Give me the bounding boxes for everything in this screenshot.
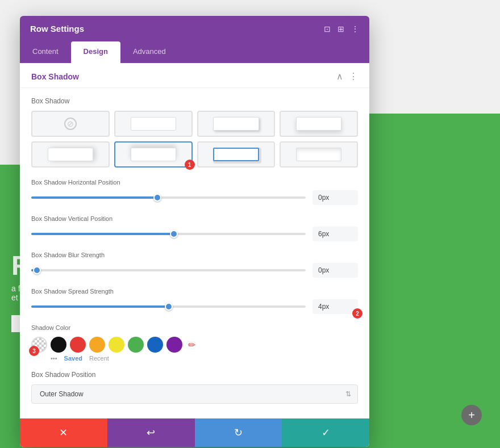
vertical-fill bbox=[31, 233, 174, 235]
section-menu-icon[interactable]: ⋮ bbox=[349, 71, 358, 82]
cancel-icon: ✕ bbox=[59, 426, 68, 439]
shadow-preset-none[interactable]: ⊘ bbox=[31, 111, 110, 137]
undo-button[interactable]: ↩ bbox=[107, 418, 195, 447]
color-swatches-row: 3 ✏ bbox=[31, 337, 358, 353]
tab-design[interactable]: Design bbox=[71, 41, 120, 63]
shadow-preview-7 bbox=[296, 148, 341, 161]
row-settings-modal: Row Settings ⊡ ⊞ ⋮ Content Design Advanc… bbox=[20, 16, 369, 447]
tab-advanced[interactable]: Advanced bbox=[120, 41, 178, 63]
blur-strength-control: 0px bbox=[31, 263, 358, 278]
shadow-preview-3 bbox=[296, 117, 341, 130]
vertical-thumb[interactable] bbox=[170, 230, 178, 238]
modal-footer: ✕ ↩ ↻ ✓ bbox=[20, 418, 369, 447]
shadow-preset-4[interactable] bbox=[31, 141, 110, 168]
vertical-position-track[interactable] bbox=[31, 233, 306, 235]
horizontal-position-track[interactable] bbox=[31, 196, 306, 199]
color-swatch-black[interactable] bbox=[51, 337, 66, 353]
color-swatch-yellow[interactable] bbox=[109, 337, 124, 353]
section-title: Box Shadow bbox=[31, 72, 79, 81]
shadow-preset-3[interactable] bbox=[280, 111, 358, 137]
horizontal-position-input[interactable]: 0px bbox=[312, 190, 358, 205]
color-pen-icon[interactable]: ✏ bbox=[188, 340, 195, 350]
shadow-preset-2[interactable] bbox=[197, 111, 276, 137]
shadow-position-select-wrap: Outer Shadow Inner Shadow ⇅ bbox=[31, 384, 358, 404]
save-button[interactable]: ✓ bbox=[282, 418, 369, 447]
modal-header: Row Settings ⊡ ⊞ ⋮ bbox=[20, 16, 369, 41]
shadow-position-select[interactable]: Outer Shadow Inner Shadow bbox=[31, 384, 358, 404]
color-more-dots[interactable]: ••• bbox=[51, 355, 57, 362]
modal-body: Box Shadow ∧ ⋮ Box Shadow ⊘ bbox=[20, 63, 369, 418]
blur-strength-track[interactable] bbox=[31, 269, 306, 271]
horizontal-position-label: Box Shadow Horizontal Position bbox=[31, 179, 358, 186]
shadow-preset-7[interactable] bbox=[280, 141, 358, 168]
shadow-color-section: Shadow Color 3 ✏ ••• bbox=[31, 324, 358, 362]
spread-strength-control: 4px 2 bbox=[31, 299, 358, 314]
redo-icon: ↻ bbox=[234, 426, 243, 439]
color-tab-saved[interactable]: Saved bbox=[64, 355, 82, 362]
modal-title: Row Settings bbox=[30, 24, 84, 34]
shadow-position-label: Box Shadow Position bbox=[31, 371, 358, 379]
box-shadow-field-label: Box Shadow bbox=[31, 97, 358, 105]
shadow-presets-grid: ⊘ 1 bbox=[31, 111, 358, 168]
modal-tabs: Content Design Advanced bbox=[20, 41, 369, 63]
shadow-preview-1 bbox=[131, 117, 176, 130]
badge-1: 1 bbox=[185, 160, 195, 170]
horizontal-track-bg bbox=[31, 196, 306, 199]
save-icon: ✓ bbox=[322, 426, 330, 439]
vertical-position-row: Box Shadow Vertical Position 6px bbox=[31, 215, 358, 241]
shadow-preset-1[interactable] bbox=[114, 111, 193, 137]
modal-header-icons: ⊡ ⊞ ⋮ bbox=[324, 24, 359, 34]
color-tabs-row: ••• Saved Recent bbox=[31, 355, 358, 362]
shadow-preview-2 bbox=[213, 117, 259, 130]
cancel-button[interactable]: ✕ bbox=[20, 418, 107, 447]
shadow-position-section: Box Shadow Position Outer Shadow Inner S… bbox=[31, 371, 358, 404]
color-swatch-red[interactable] bbox=[70, 337, 86, 353]
shadow-color-label: Shadow Color bbox=[31, 324, 358, 331]
add-element-button[interactable]: + bbox=[461, 405, 482, 425]
section-header-controls: ∧ ⋮ bbox=[336, 71, 358, 82]
spread-fill bbox=[31, 305, 169, 308]
blur-strength-row: Box Shadow Blur Strength 0px bbox=[31, 252, 358, 278]
spread-strength-input[interactable]: 4px bbox=[312, 299, 358, 314]
fullscreen-icon[interactable]: ⊡ bbox=[324, 24, 331, 34]
horizontal-thumb[interactable] bbox=[153, 194, 161, 202]
horizontal-position-control: 0px bbox=[31, 190, 358, 205]
color-swatch-green[interactable] bbox=[128, 337, 144, 353]
shadow-preset-6[interactable] bbox=[197, 141, 276, 168]
blur-strength-input[interactable]: 0px bbox=[312, 263, 358, 278]
vertical-position-label: Box Shadow Vertical Position bbox=[31, 215, 358, 222]
columns-icon[interactable]: ⊞ bbox=[338, 24, 344, 34]
blur-strength-label: Box Shadow Blur Strength bbox=[31, 252, 358, 258]
green-area-right bbox=[369, 114, 500, 448]
more-icon[interactable]: ⋮ bbox=[351, 24, 359, 34]
shadow-preview-6 bbox=[213, 148, 259, 161]
spread-thumb[interactable] bbox=[165, 303, 173, 311]
horizontal-fill bbox=[31, 196, 157, 199]
vertical-position-control: 6px bbox=[31, 227, 358, 241]
vertical-position-input[interactable]: 6px bbox=[312, 227, 358, 241]
blur-thumb[interactable] bbox=[33, 266, 41, 274]
color-swatch-blue[interactable] bbox=[147, 337, 163, 353]
spread-track-bg bbox=[31, 305, 306, 308]
tab-content[interactable]: Content bbox=[20, 41, 71, 63]
shadow-preview-4 bbox=[48, 148, 93, 161]
color-swatch-purple[interactable] bbox=[166, 337, 182, 353]
horizontal-position-row: Box Shadow Horizontal Position 0px bbox=[31, 179, 358, 205]
color-swatch-orange[interactable] bbox=[89, 337, 105, 353]
shadow-preview-5 bbox=[131, 148, 176, 161]
badge-2: 2 bbox=[352, 308, 363, 319]
no-shadow-icon: ⊘ bbox=[64, 118, 77, 130]
section-content: Box Shadow ⊘ bbox=[20, 88, 369, 418]
vertical-track-bg bbox=[31, 233, 306, 235]
spread-strength-label: Box Shadow Spread Strength bbox=[31, 288, 358, 295]
undo-icon: ↩ bbox=[147, 426, 155, 439]
spread-strength-track[interactable] bbox=[31, 305, 306, 308]
spread-strength-row: Box Shadow Spread Strength 4px 2 bbox=[31, 288, 358, 314]
redo-button[interactable]: ↻ bbox=[195, 418, 282, 447]
blur-track-bg bbox=[31, 269, 306, 271]
badge-3: 3 bbox=[29, 346, 39, 356]
collapse-icon[interactable]: ∧ bbox=[336, 71, 343, 82]
box-shadow-section-header: Box Shadow ∧ ⋮ bbox=[20, 63, 369, 88]
color-tab-recent[interactable]: Recent bbox=[89, 355, 109, 362]
shadow-preset-5[interactable]: 1 bbox=[114, 141, 193, 168]
